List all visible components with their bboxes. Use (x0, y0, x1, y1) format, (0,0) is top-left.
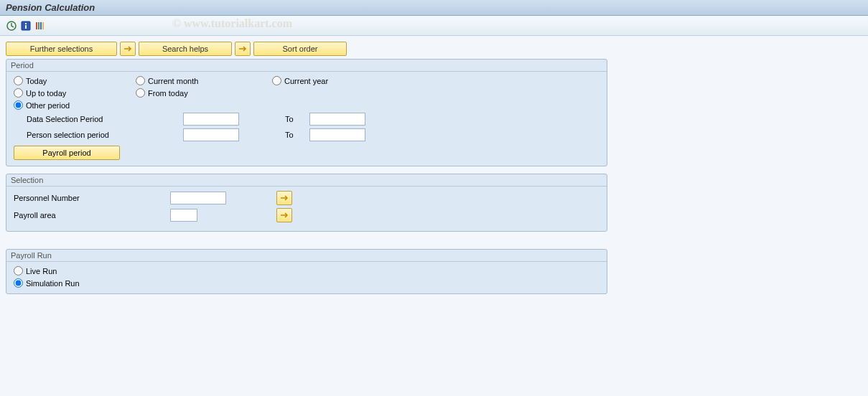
svg-rect-2 (25, 23, 27, 24)
radio-up-to-today[interactable]: Up to today (14, 88, 136, 98)
payroll-area-label: Payroll area (14, 211, 170, 220)
radio-from-today[interactable]: From today (136, 88, 272, 98)
arrow-button-1[interactable] (120, 42, 136, 56)
data-selection-to-input[interactable] (309, 113, 365, 126)
radio-current-year-input[interactable] (272, 76, 281, 85)
info-icon[interactable] (20, 20, 32, 32)
svg-rect-3 (25, 25, 27, 29)
data-selection-to-label: To (285, 115, 309, 123)
personnel-number-row: Personnel Number (14, 191, 599, 205)
radio-live-run-label: Live Run (26, 267, 57, 275)
data-selection-from-input[interactable] (183, 113, 239, 126)
period-panel: Period Today Current month Current year … (6, 59, 607, 166)
payroll-area-input[interactable] (170, 209, 197, 222)
radio-live-run-input[interactable] (14, 266, 23, 275)
person-selection-from-input[interactable] (183, 128, 239, 141)
radio-from-today-label: From today (148, 89, 188, 98)
app-toolbar: © www.tutorialkart.com (0, 16, 868, 36)
title-bar: Pension Calculation (0, 0, 868, 16)
radio-current-year-label: Current year (284, 77, 328, 85)
payroll-run-panel-title: Payroll Run (6, 250, 607, 262)
radio-today-label: Today (26, 77, 47, 85)
personnel-number-label: Personnel Number (14, 194, 170, 202)
payroll-run-panel: Payroll Run Live Run Simulation Run (6, 249, 607, 294)
radio-up-to-today-input[interactable] (14, 88, 23, 98)
radio-today[interactable]: Today (14, 76, 136, 85)
svg-rect-5 (38, 22, 39, 29)
person-selection-to-label: To (285, 131, 309, 139)
further-selections-button[interactable]: Further selections (6, 42, 117, 56)
radio-today-input[interactable] (14, 76, 23, 85)
radio-live-run[interactable]: Live Run (14, 266, 599, 275)
svg-rect-7 (42, 22, 44, 29)
radio-current-month-label: Current month (148, 77, 198, 85)
watermark: © www.tutorialkart.com (172, 17, 292, 30)
radio-other-period-input[interactable] (14, 100, 23, 110)
person-selection-to-input[interactable] (309, 128, 365, 141)
data-selection-row: Data Selection Period To (14, 113, 599, 126)
radio-current-year[interactable]: Current year (272, 76, 401, 85)
person-selection-row: Person selection period To (14, 128, 599, 141)
payroll-period-button[interactable]: Payroll period (14, 146, 120, 160)
radio-other-period-label: Other period (26, 101, 70, 110)
sort-order-button[interactable]: Sort order (253, 42, 347, 56)
execute-icon[interactable] (6, 20, 17, 32)
search-helps-button[interactable]: Search helps (139, 42, 232, 56)
radio-other-period[interactable]: Other period (14, 100, 136, 110)
personnel-number-multi-button[interactable] (276, 191, 292, 205)
top-button-row: Further selections Search helps Sort ord… (6, 42, 862, 56)
radio-up-to-today-label: Up to today (26, 89, 66, 98)
radio-current-month-input[interactable] (136, 76, 145, 85)
content-area: Further selections Search helps Sort ord… (0, 36, 868, 307)
period-panel-title: Period (6, 60, 607, 72)
selection-panel-title: Selection (6, 174, 607, 187)
arrow-button-2[interactable] (235, 42, 251, 56)
radio-simulation-run-label: Simulation Run (26, 279, 80, 288)
selection-panel: Selection Personnel Number Payroll area (6, 174, 607, 232)
page-title: Pension Calculation (6, 2, 95, 13)
personnel-number-input[interactable] (170, 192, 226, 204)
payroll-area-multi-button[interactable] (276, 208, 292, 222)
data-selection-label: Data Selection Period (27, 115, 183, 123)
radio-from-today-input[interactable] (136, 88, 145, 98)
person-selection-label: Person selection period (27, 131, 183, 139)
bars-icon[interactable] (34, 20, 46, 32)
radio-simulation-run-input[interactable] (14, 278, 23, 288)
radio-simulation-run[interactable]: Simulation Run (14, 278, 599, 288)
svg-rect-4 (36, 22, 37, 29)
radio-current-month[interactable]: Current month (136, 76, 272, 85)
payroll-area-row: Payroll area (14, 208, 599, 222)
svg-rect-6 (40, 22, 42, 29)
